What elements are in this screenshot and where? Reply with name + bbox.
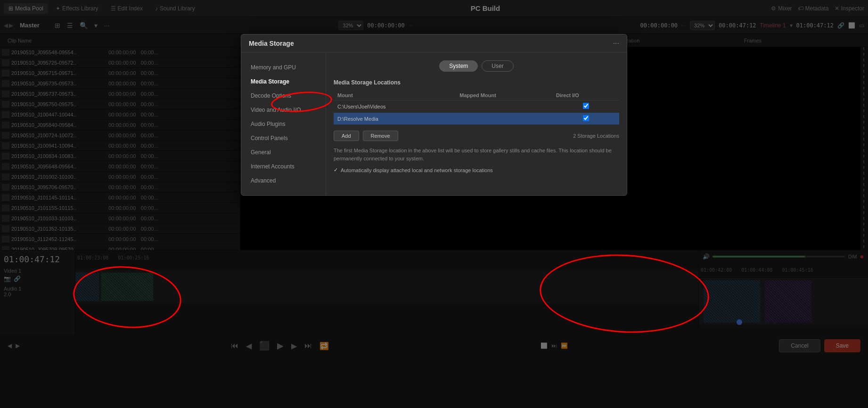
checkmark-icon: ✓ [334,167,338,173]
modal-title: Media Storage [249,40,294,47]
col-mount: Mount [334,91,456,100]
info-text: The first Media Storage location in the … [334,147,619,162]
col-mapped: Mapped Mount [456,91,552,100]
sidebar-item-control-panels[interactable]: Control Panels [241,131,326,145]
sidebar-item-advanced[interactable]: Advanced [241,174,326,188]
storage-mount: D:\Resolve Media [334,113,456,125]
sidebar-item-general[interactable]: General [241,145,326,159]
sidebar-item-audio-plugins[interactable]: Audio Plugins [241,117,326,131]
storage-section-title: Media Storage Locations [334,79,619,86]
storage-mapped [456,100,552,113]
sidebar-item-decode-options[interactable]: Decode Options [241,89,326,103]
storage-actions: Add Remove 2 Storage Locations [334,131,619,141]
sidebar-item-media-storage[interactable]: Media Storage [241,75,326,89]
storage-row[interactable]: C:\Users\Joel\Videos [334,100,619,113]
storage-table: Mount Mapped Mount Direct I/O C:\Users\J… [334,91,619,125]
add-storage-btn[interactable]: Add [334,131,359,141]
remove-storage-btn[interactable]: Remove [363,131,398,141]
storage-row[interactable]: D:\Resolve Media [334,113,619,125]
storage-mapped [456,113,552,125]
sidebar-item-video-and-audio-i/o[interactable]: Video and Audio I/O [241,103,326,117]
tab-system[interactable]: System [439,60,478,72]
modal-tabs: System User [334,60,619,72]
auto-display: ✓ Automatically display attached local a… [334,167,619,173]
tab-user[interactable]: User [482,60,513,72]
storage-direct-io[interactable] [552,100,619,113]
storage-direct-io[interactable] [552,113,619,125]
modal-sidebar: Memory and GPUMedia StorageDecode Option… [241,53,326,195]
modal-main-content: System User Media Storage Locations Moun… [326,53,627,195]
modal-body: Memory and GPUMedia StorageDecode Option… [241,53,627,195]
auto-display-text: Automatically display attached local and… [341,167,493,173]
media-storage-modal: Media Storage ··· Memory and GPUMedia St… [241,34,627,196]
col-direct-io: Direct I/O [552,91,619,100]
modal-header: Media Storage ··· [241,34,627,53]
modal-close-btn[interactable]: ··· [613,39,619,48]
sidebar-item-internet-accounts[interactable]: Internet Accounts [241,159,326,174]
modal-overlay[interactable]: Media Storage ··· Memory and GPUMedia St… [0,0,868,408]
storage-mount: C:\Users\Joel\Videos [334,100,456,113]
storage-count: 2 Storage Locations [573,133,619,139]
sidebar-item-memory-and-gpu[interactable]: Memory and GPU [241,60,326,75]
